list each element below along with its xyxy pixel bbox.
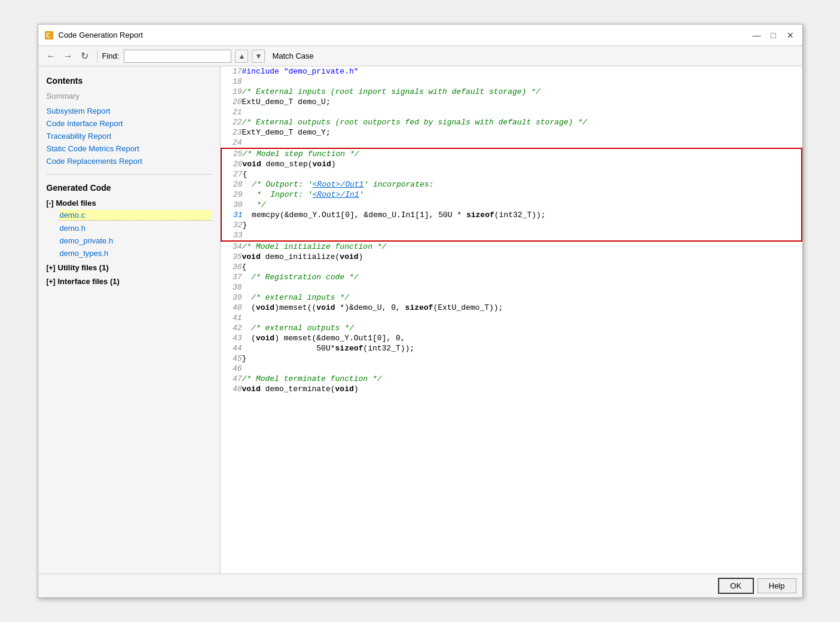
minimize-button[interactable]: —: [751, 29, 763, 41]
static-code-metrics-link[interactable]: Static Code Metrics Report: [47, 144, 212, 153]
line-number: 25: [221, 148, 243, 159]
line-number: 41: [221, 313, 242, 323]
file-demo-private-h[interactable]: demo_private.h: [59, 236, 212, 246]
table-row: 26 void demo_step(void): [221, 159, 802, 169]
main-window: C Code Generation Report — □ ✕ ← → ↻ Fin…: [38, 24, 803, 598]
file-demo-types-h[interactable]: demo_types.h: [59, 248, 212, 258]
highlighted-code-block: 25 /* Model step function */ 26 void dem…: [221, 148, 802, 242]
table-row: 27 {: [221, 169, 802, 179]
table-row: 29 * Inport: '<Root>/In1': [221, 190, 802, 200]
line-number: 43: [221, 333, 242, 343]
table-row: 21: [221, 107, 802, 117]
utility-files-item: [+] Utility files (1): [47, 263, 212, 272]
table-row: 45 }: [221, 353, 802, 364]
table-row: 25 /* Model step function */: [221, 148, 802, 159]
line-code: (void)memset((void *)&demo_U, 0, sizeof(…: [242, 303, 802, 313]
line-number: 40: [221, 303, 242, 313]
line-code: ExtU_demo_T demo_U;: [242, 97, 802, 107]
interface-files-toggle[interactable]: [+]: [47, 278, 56, 286]
contents-title: Contents: [47, 76, 212, 86]
traceability-report-link[interactable]: Traceability Report: [47, 132, 212, 141]
line-code: /* Model step function */: [243, 148, 802, 159]
app-icon: C: [44, 31, 54, 40]
line-number: 39: [221, 292, 242, 303]
code-scroll-area[interactable]: 17 #include "demo_private.h" 18 19 /* Ex…: [221, 66, 802, 574]
table-row: 17 #include "demo_private.h": [221, 66, 802, 77]
forward-button[interactable]: →: [61, 49, 75, 63]
table-row: 41: [221, 313, 802, 323]
line-number: 35: [221, 252, 242, 262]
line-code: [242, 364, 802, 374]
ok-button[interactable]: OK: [718, 578, 754, 594]
find-prev-button[interactable]: ▲: [235, 50, 248, 63]
table-row: 39 /* external inputs */: [221, 292, 802, 303]
line-code: [242, 138, 802, 148]
window-controls: — □ ✕: [751, 29, 796, 41]
line-code: (void) memset(&demo_Y.Out1[0], 0,: [242, 333, 802, 343]
line-number: 44: [221, 343, 242, 353]
table-row: 35 void demo_initialize(void): [221, 252, 802, 262]
line-number: 23: [221, 127, 242, 138]
table-row: 42 /* external outputs */: [221, 323, 802, 333]
toolbar: ← → ↻ Find: ▲ ▼ Match Case: [38, 46, 802, 66]
line-number: 21: [221, 107, 242, 117]
line-code: [242, 77, 802, 87]
line-number: 38: [221, 282, 242, 292]
line-number: 33: [221, 230, 243, 241]
table-row: 36 {: [221, 262, 802, 272]
code-replacements-link[interactable]: Code Replacements Report: [47, 157, 212, 166]
model-files-toggle[interactable]: [-]: [47, 199, 54, 208]
line-code: * Inport: '<Root>/In1': [243, 190, 802, 200]
table-row: 32 }: [221, 220, 802, 230]
subsystem-report-link[interactable]: Subsystem Report: [47, 106, 212, 115]
table-row: 24: [221, 138, 802, 148]
generated-code-title: Generated Code: [47, 183, 212, 193]
file-demo-h[interactable]: demo.h: [59, 223, 212, 233]
line-code: [242, 282, 802, 292]
table-row: 46: [221, 364, 802, 374]
file-list: demo.c demo.h demo_private.h demo_types.…: [59, 210, 212, 258]
back-button[interactable]: ←: [44, 49, 59, 63]
line-code: void demo_terminate(void): [242, 384, 802, 394]
svg-text:C: C: [46, 32, 50, 39]
line-number: 47: [221, 374, 242, 384]
line-number: 32: [221, 220, 243, 230]
line-code: [242, 313, 802, 323]
code-interface-report-link[interactable]: Code Interface Report: [47, 119, 212, 128]
close-button[interactable]: ✕: [784, 29, 796, 41]
line-number: 46: [221, 364, 242, 374]
find-input[interactable]: [124, 50, 231, 63]
bottom-bar: OK Help: [38, 574, 802, 597]
sidebar-divider: [47, 174, 212, 175]
line-code: /* external outputs */: [242, 323, 802, 333]
line-number: 31: [221, 210, 243, 220]
line-code: 50U*sizeof(int32_T));: [242, 343, 802, 353]
table-row: 30 */: [221, 200, 802, 210]
line-number: 30: [221, 200, 243, 210]
help-button[interactable]: Help: [757, 578, 796, 593]
refresh-button[interactable]: ↻: [78, 49, 92, 63]
line-code: [243, 230, 802, 241]
table-row: 20 ExtU_demo_T demo_U;: [221, 97, 802, 107]
sidebar: Contents Summary Subsystem Report Code I…: [38, 66, 221, 574]
interface-files-label: Interface files (1): [58, 277, 120, 286]
line-number: 42: [221, 323, 242, 333]
utility-files-toggle[interactable]: [+]: [47, 264, 56, 272]
line-code: void demo_initialize(void): [242, 252, 802, 262]
line-code: /* external inputs */: [242, 292, 802, 303]
find-next-button[interactable]: ▼: [252, 50, 265, 63]
maximize-button[interactable]: □: [768, 29, 780, 41]
table-row: 48 void demo_terminate(void): [221, 384, 802, 394]
line-code: /* External inputs (root inport signals …: [242, 87, 802, 97]
file-demo-c[interactable]: demo.c: [59, 210, 212, 221]
table-row: 43 (void) memset(&demo_Y.Out1[0], 0,: [221, 333, 802, 343]
line-number: 18: [221, 77, 242, 87]
line-code: memcpy(&demo_Y.Out1[0], &demo_U.In1[1], …: [243, 210, 802, 220]
line-number: 19: [221, 87, 242, 97]
line-code: ExtY_demo_T demo_Y;: [242, 127, 802, 138]
table-row: 22 /* External outputs (root outports fe…: [221, 117, 802, 127]
summary-link[interactable]: Summary: [47, 92, 212, 100]
match-case-label: Match Case: [272, 51, 313, 60]
code-table: 17 #include "demo_private.h" 18 19 /* Ex…: [221, 66, 802, 148]
line-code: /* Outport: '<Root>/Out1' incorporates:: [243, 179, 802, 190]
